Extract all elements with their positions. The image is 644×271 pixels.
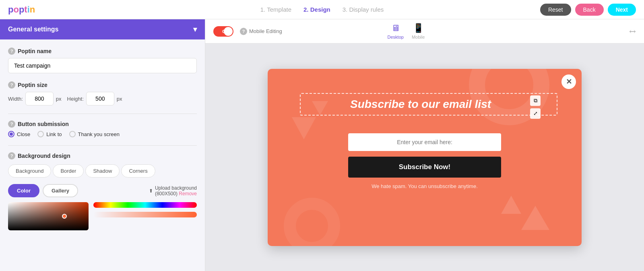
- upload-link[interactable]: ⬆ Upload background (800X500) Remove: [149, 185, 197, 197]
- step-design[interactable]: 2. Design: [303, 6, 330, 13]
- button-submission-label: ? Button submission: [8, 120, 197, 128]
- triangle-2: [501, 196, 521, 214]
- popup-title: Subscribe to our email list: [305, 98, 537, 111]
- triangle-3: [292, 117, 316, 139]
- bg-design-header: ? Background design: [8, 152, 197, 159]
- height-px: px: [117, 96, 122, 102]
- canvas-toolbar: OFF ? Mobile Editing 🖥 Desktop 📱 Mobile …: [205, 19, 644, 43]
- copy-icon[interactable]: ⧉: [530, 95, 541, 106]
- radio-link-dot: [37, 131, 44, 137]
- color-button[interactable]: Color: [8, 184, 39, 197]
- toggle-wrapper: OFF: [213, 26, 233, 37]
- radio-close-dot: [8, 131, 14, 137]
- bg-shape-2: [284, 198, 340, 246]
- radio-close[interactable]: Close: [8, 131, 30, 137]
- bg-design-tabs: Background Border Shadow Corners: [8, 164, 197, 178]
- tab-shadow[interactable]: Shadow: [85, 164, 120, 178]
- nav-buttons: Reset Back Next: [540, 4, 636, 16]
- chevron-down-icon[interactable]: ▾: [193, 25, 197, 34]
- general-settings-header[interactable]: General settings ▾: [0, 19, 205, 39]
- back-button[interactable]: Back: [575, 4, 604, 16]
- main-layout: General settings ▾ ? Poptin name ? Popti…: [0, 19, 644, 271]
- hue-slider[interactable]: [93, 202, 197, 208]
- mobile-editing-label: Mobile Editing: [249, 28, 282, 34]
- desktop-icon: 🖥: [391, 23, 400, 33]
- poptin-name-label: ? Poptin name: [8, 48, 197, 55]
- color-gallery-row: Color Gallery ⬆ Upload background (800X5…: [8, 184, 197, 197]
- expand-button[interactable]: ⤢: [627, 25, 638, 37]
- left-panel: General settings ▾ ? Poptin name ? Popti…: [0, 19, 205, 271]
- subscribe-button[interactable]: Subscribe Now!: [348, 157, 501, 178]
- poptin-size-label: ? Poptin size: [8, 81, 197, 89]
- poptin-size-help-icon[interactable]: ?: [8, 81, 15, 89]
- desktop-label: Desktop: [388, 35, 404, 39]
- color-gradient-box[interactable]: [8, 202, 89, 230]
- device-buttons: 🖥 Desktop 📱 Mobile: [388, 23, 425, 39]
- popup-preview: ✕ Subscribe to our email list ⧉ ⤢ Subscr…: [268, 69, 582, 246]
- width-group: Width: px: [8, 92, 62, 106]
- height-input[interactable]: [86, 92, 114, 106]
- gallery-button[interactable]: Gallery: [43, 184, 78, 197]
- poptin-name-input[interactable]: [8, 58, 197, 73]
- steps: 1. Template 2. Design 3. Display rules: [260, 6, 384, 13]
- color-picker-area: [8, 202, 197, 230]
- canvas-area: ✕ Subscribe to our email list ⧉ ⤢ Subscr…: [205, 43, 644, 271]
- width-label: Width:: [8, 96, 23, 102]
- mobile-editing-help: ? Mobile Editing: [240, 28, 282, 35]
- right-panel: OFF ? Mobile Editing 🖥 Desktop 📱 Mobile …: [205, 19, 644, 271]
- button-submission-help-icon[interactable]: ?: [8, 120, 15, 128]
- toggle-label: OFF: [222, 29, 231, 34]
- mobile-label: Mobile: [412, 35, 425, 39]
- radio-link-to[interactable]: Link to: [37, 131, 62, 137]
- radio-thank-you[interactable]: Thank you screen: [69, 131, 120, 137]
- mobile-button[interactable]: 📱 Mobile: [412, 23, 425, 39]
- general-settings-title: General settings: [8, 26, 58, 33]
- step-template[interactable]: 1. Template: [260, 6, 291, 13]
- tab-border[interactable]: Border: [53, 164, 84, 178]
- mobile-editing-help-icon[interactable]: ?: [240, 28, 247, 35]
- spam-text: We hate spam. You can unsubscribe anytim…: [372, 183, 478, 189]
- alpha-slider[interactable]: [93, 212, 197, 217]
- settings-body: ? Poptin name ? Poptin size Width: px He…: [0, 39, 205, 238]
- mobile-editing-toggle[interactable]: OFF: [213, 26, 233, 37]
- upload-icon: ⬆: [149, 188, 153, 194]
- email-input[interactable]: [348, 133, 501, 151]
- radio-thanks-dot: [69, 131, 76, 137]
- color-sliders: [93, 202, 197, 217]
- poptin-name-help-icon[interactable]: ?: [8, 48, 15, 55]
- step-display[interactable]: 3. Display rules: [343, 6, 384, 13]
- width-input[interactable]: [25, 92, 54, 106]
- top-nav: poptin 1. Template 2. Design 3. Display …: [0, 0, 644, 19]
- logo: poptin: [8, 4, 35, 15]
- width-px: px: [56, 96, 62, 102]
- height-label: Height:: [67, 96, 84, 102]
- bg-design-help-icon[interactable]: ?: [8, 152, 15, 159]
- size-row: Width: px Height: px: [8, 92, 197, 106]
- mobile-icon: 📱: [413, 23, 424, 33]
- tab-background[interactable]: Background: [8, 164, 51, 178]
- logo-text: poptin: [8, 4, 35, 15]
- tab-corners[interactable]: Corners: [121, 164, 155, 178]
- title-selection[interactable]: Subscribe to our email list ⧉ ⤢: [300, 93, 557, 116]
- divider1: [8, 114, 197, 114]
- resize-icon[interactable]: ⤢: [530, 108, 541, 119]
- gradient-handle[interactable]: [62, 214, 67, 219]
- height-group: Height: px: [67, 92, 122, 106]
- desktop-button[interactable]: 🖥 Desktop: [388, 23, 404, 39]
- remove-label[interactable]: Remove: [179, 191, 197, 197]
- next-button[interactable]: Next: [608, 4, 636, 16]
- upload-label: Upload background (800X500) Remove: [155, 185, 197, 197]
- radio-group: Close Link to Thank you screen: [8, 131, 197, 137]
- popup-content-area: Subscribe Now! We hate spam. You can uns…: [348, 133, 501, 189]
- divider2: [8, 145, 197, 146]
- triangle-1: [521, 206, 549, 230]
- popup-close-button[interactable]: ✕: [561, 74, 576, 89]
- reset-button[interactable]: Reset: [540, 4, 571, 16]
